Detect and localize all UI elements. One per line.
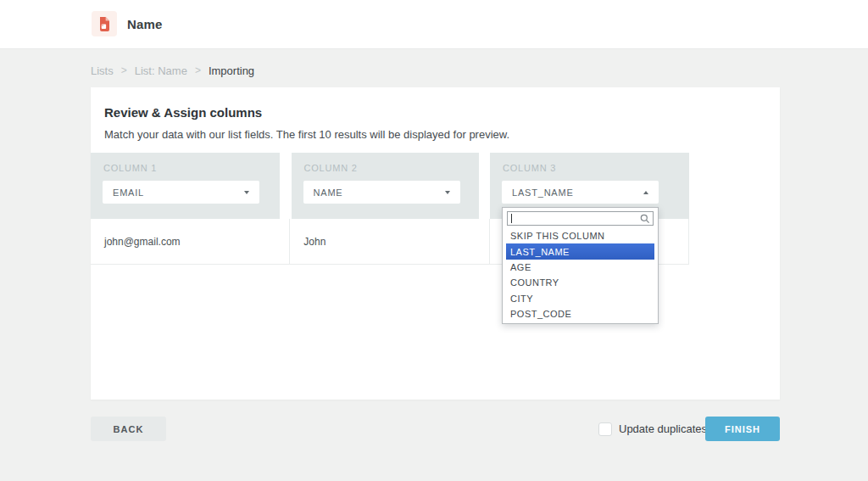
- search-icon: [640, 214, 650, 224]
- column-1-field-select[interactable]: EMAIL: [103, 181, 259, 204]
- dropdown-option-post-code[interactable]: POST_CODE: [506, 306, 654, 322]
- column-2-selected-value: NAME: [314, 187, 445, 198]
- breadcrumb-lists[interactable]: Lists: [91, 64, 114, 77]
- column-2-field-select[interactable]: NAME: [303, 181, 460, 204]
- screen: Name Lists > List: Name > Importing Revi…: [0, 0, 868, 481]
- card-title: Review & Assign columns: [104, 105, 262, 120]
- preview-cell-name: John: [290, 219, 489, 264]
- breadcrumb-importing: Importing: [209, 64, 254, 77]
- chevron-down-icon: [244, 191, 249, 194]
- dropdown-options-list: SKIP THIS COLUMN LAST_NAME AGE COUNTRY C…: [503, 228, 658, 322]
- app-header: Name: [0, 0, 868, 49]
- dropdown-option-skip[interactable]: SKIP THIS COLUMN: [506, 228, 654, 243]
- update-duplicates-checkbox[interactable]: [598, 422, 612, 436]
- document-icon: [98, 17, 110, 31]
- page-title: Name: [127, 0, 163, 48]
- chevron-down-icon: [445, 191, 450, 194]
- dropdown-option-city[interactable]: CITY: [506, 291, 654, 306]
- update-duplicates-label: Update duplicates: [619, 422, 707, 435]
- finish-button[interactable]: FINISH: [705, 417, 780, 441]
- column-1-selected-value: EMAIL: [113, 187, 244, 198]
- breadcrumb: Lists > List: Name > Importing: [91, 63, 254, 78]
- column-1-label: COLUMN 1: [103, 163, 157, 173]
- breadcrumb-separator-icon: >: [121, 64, 127, 76]
- dropdown-option-country[interactable]: COUNTRY: [506, 275, 654, 290]
- column-3-label: COLUMN 3: [503, 163, 556, 173]
- chevron-up-icon: [643, 191, 648, 194]
- dropdown-option-last-name[interactable]: LAST_NAME: [506, 243, 654, 259]
- list-document-icon: [92, 11, 117, 36]
- breadcrumb-list-name[interactable]: List: Name: [135, 64, 187, 77]
- column-3-selected-value: LAST_NAME: [512, 187, 643, 198]
- dropdown-option-age[interactable]: AGE: [506, 260, 654, 275]
- dropdown-search-box: [507, 211, 654, 226]
- column-2-header: COLUMN 2 NAME: [292, 153, 479, 219]
- dropdown-search-input[interactable]: [508, 212, 653, 225]
- breadcrumb-separator-icon: >: [195, 64, 201, 76]
- column-3-field-select[interactable]: LAST_NAME: [502, 181, 659, 204]
- import-review-card: Review & Assign columns Match your data …: [91, 87, 780, 400]
- card-subtitle: Match your data with our list fields. Th…: [104, 128, 509, 141]
- preview-cell-email: john@gmail.com: [91, 219, 290, 264]
- column-3-dropdown-panel: SKIP THIS COLUMN LAST_NAME AGE COUNTRY C…: [502, 207, 659, 324]
- update-duplicates-control[interactable]: Update duplicates: [598, 417, 707, 441]
- column-1-header: COLUMN 1 EMAIL: [91, 153, 280, 219]
- column-2-label: COLUMN 2: [304, 163, 358, 173]
- back-button[interactable]: BACK: [91, 417, 166, 441]
